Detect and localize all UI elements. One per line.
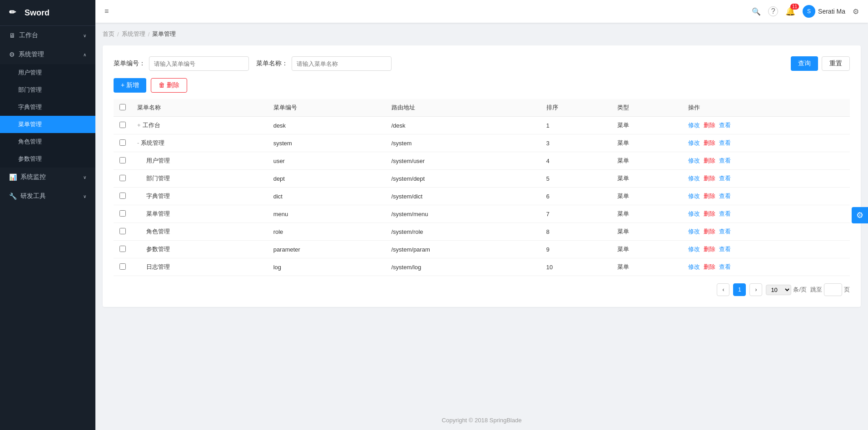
view-link[interactable]: 查看 [719, 139, 731, 147]
page-1-button[interactable]: 1 [733, 283, 746, 296]
view-link[interactable]: 查看 [719, 157, 731, 165]
sidebar-item-role-mgmt[interactable]: 角色管理 [0, 133, 95, 150]
row-route: /system/user [386, 152, 541, 170]
header-checkbox-col [114, 99, 132, 117]
edit-link[interactable]: 修改 [688, 227, 700, 236]
view-link[interactable]: 查看 [719, 121, 731, 129]
chevron-up-icon: ∧ [83, 52, 86, 57]
select-all-checkbox[interactable] [119, 104, 126, 110]
sidebar-submenu-system: 用户管理 部门管理 字典管理 菜单管理 角色管理 参数管理 [0, 64, 95, 168]
sidebar-item-menu-mgmt[interactable]: 菜单管理 [0, 116, 95, 133]
delete-link[interactable]: 删除 [704, 263, 715, 271]
view-link[interactable]: 查看 [719, 227, 731, 236]
delete-link[interactable]: 删除 [704, 157, 715, 165]
view-link[interactable]: 查看 [719, 263, 731, 271]
settings-icon[interactable]: ⚙ [853, 7, 859, 16]
row-checkbox-cell [114, 241, 132, 258]
sidebar-item-dept-mgmt[interactable]: 部门管理 [0, 81, 95, 99]
search-icon[interactable]: 🔍 [752, 7, 761, 16]
header-route: 路由地址 [386, 99, 541, 117]
row-checkbox[interactable] [119, 139, 126, 146]
action-row: + 新增 🗑 删除 [114, 78, 850, 93]
delete-link[interactable]: 删除 [704, 139, 715, 147]
sidebar-item-monitor[interactable]: 📊 系统监控 ∨ [0, 168, 95, 187]
row-sort: 9 [541, 241, 612, 258]
search-button[interactable]: 查询 [791, 56, 818, 71]
delete-link[interactable]: 删除 [704, 174, 715, 183]
edit-link[interactable]: 修改 [688, 192, 700, 200]
expand-icon[interactable]: - [137, 139, 139, 146]
sidebar-item-user-mgmt[interactable]: 用户管理 [0, 64, 95, 81]
row-checkbox[interactable] [119, 263, 126, 270]
edit-link[interactable]: 修改 [688, 157, 700, 165]
jump-input[interactable] [824, 283, 842, 296]
sidebar-item-param-mgmt[interactable]: 参数管理 [0, 150, 95, 168]
row-checkbox[interactable] [119, 122, 126, 128]
sidebar-item-system[interactable]: ⚙ 系统管理 ∧ [0, 45, 95, 64]
sidebar-item-dict-mgmt[interactable]: 字典管理 [0, 99, 95, 116]
settings-float-button[interactable]: ⚙ [852, 207, 868, 223]
row-checkbox[interactable] [119, 175, 126, 181]
user-name: Serati Ma [818, 8, 845, 15]
delete-link[interactable]: 删除 [704, 227, 715, 236]
reset-button[interactable]: 重置 [822, 56, 850, 71]
edit-link[interactable]: 修改 [688, 245, 700, 253]
table-wrap: 菜单名称 菜单编号 路由地址 排序 类型 操作 +工作台 desk /desk [114, 99, 850, 276]
header-action: 操作 [683, 99, 850, 117]
menu-code-input[interactable] [149, 56, 249, 71]
per-page-dropdown[interactable]: 10 20 50 100 [766, 285, 791, 295]
sidebar-item-dev-tools[interactable]: 🔧 研发工具 ∨ [0, 187, 95, 206]
row-actions: 修改 删除 查看 [683, 152, 850, 170]
expand-icon[interactable]: + [137, 122, 141, 129]
chevron-down-icon: ∨ [83, 33, 86, 38]
view-link[interactable]: 查看 [719, 174, 731, 183]
row-code: role [268, 223, 386, 241]
help-icon[interactable]: ? [768, 6, 778, 16]
row-route: /system/role [386, 223, 541, 241]
view-link[interactable]: 查看 [719, 192, 731, 200]
row-checkbox[interactable] [119, 246, 126, 252]
row-checkbox[interactable] [119, 210, 126, 217]
next-page-button[interactable]: › [749, 283, 762, 296]
delete-link[interactable]: 删除 [704, 210, 715, 218]
breadcrumb-current: 菜单管理 [152, 30, 176, 38]
filter-row: 菜单编号： 菜单名称： 查询 重置 [114, 56, 850, 71]
app-logo[interactable]: ✏ Sword [0, 0, 95, 26]
row-name: -系统管理 [132, 134, 268, 152]
breadcrumb: 首页 / 系统管理 / 菜单管理 [103, 30, 861, 38]
delete-button[interactable]: 🗑 删除 [151, 78, 187, 93]
row-route: /desk [386, 117, 541, 134]
breadcrumb-system[interactable]: 系统管理 [122, 30, 145, 38]
prev-page-button[interactable]: ‹ [717, 283, 729, 296]
notification-bell[interactable]: 🔔 11 [785, 6, 795, 16]
sidebar-item-label: 用户管理 [18, 69, 42, 77]
view-link[interactable]: 查看 [719, 210, 731, 218]
table-row: 角色管理 role /system/role 8 菜单 修改 删除 查看 [114, 223, 850, 241]
edit-link[interactable]: 修改 [688, 263, 700, 271]
delete-link[interactable]: 删除 [704, 245, 715, 253]
add-button[interactable]: + 新增 [114, 78, 146, 93]
row-checkbox[interactable] [119, 157, 126, 163]
row-sort: 6 [541, 188, 612, 205]
edit-link[interactable]: 修改 [688, 139, 700, 147]
menu-name-input[interactable] [292, 56, 392, 71]
user-profile[interactable]: S Serati Ma [803, 5, 845, 18]
view-link[interactable]: 查看 [719, 245, 731, 253]
edit-link[interactable]: 修改 [688, 174, 700, 183]
row-sort: 5 [541, 170, 612, 188]
edit-link[interactable]: 修改 [688, 210, 700, 218]
menu-toggle-icon[interactable]: ≡ [104, 7, 109, 15]
sidebar-item-label: 研发工具 [20, 192, 46, 200]
edit-link[interactable]: 修改 [688, 121, 700, 129]
delete-link[interactable]: 删除 [704, 121, 715, 129]
breadcrumb-home[interactable]: 首页 [103, 30, 114, 38]
row-name: 角色管理 [132, 223, 268, 241]
row-checkbox-cell [114, 205, 132, 223]
row-type: 菜单 [612, 241, 683, 258]
delete-link[interactable]: 删除 [704, 192, 715, 200]
row-checkbox[interactable] [119, 193, 126, 199]
row-sort: 7 [541, 205, 612, 223]
row-checkbox[interactable] [119, 228, 126, 234]
sidebar-item-workbench[interactable]: 🖥 工作台 ∨ [0, 26, 95, 45]
row-name: 菜单管理 [132, 205, 268, 223]
